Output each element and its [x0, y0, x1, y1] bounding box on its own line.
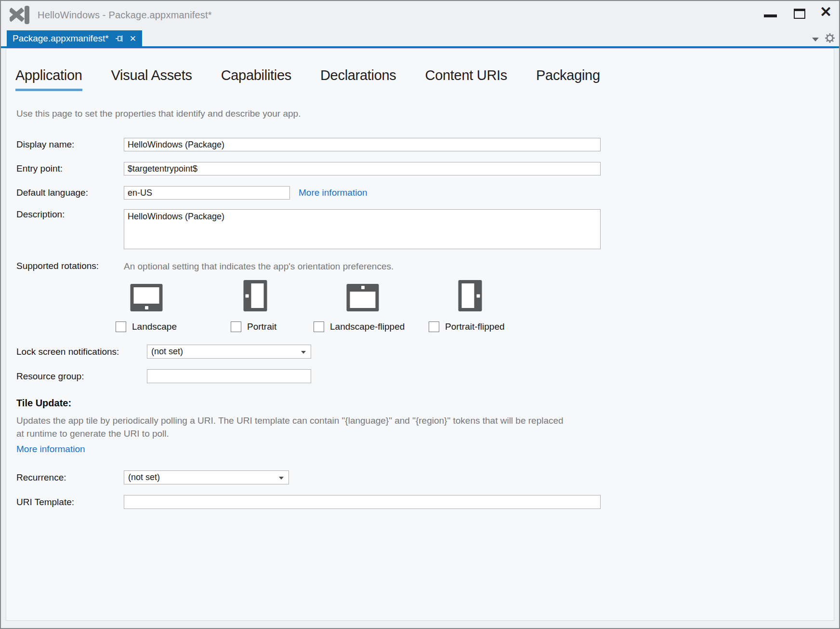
portrait-orientation-icon	[244, 280, 267, 311]
close-window-button[interactable]: ✕	[820, 5, 832, 19]
portrait-checkbox[interactable]	[231, 321, 241, 332]
recurrence-label: Recurrence:	[16, 472, 66, 482]
description-label: Description:	[16, 209, 65, 219]
recurrence-dropdown[interactable]: (not set)	[124, 470, 289, 484]
tab-declarations[interactable]: Declarations	[320, 67, 396, 91]
default-language-more-information-link[interactable]: More information	[299, 186, 368, 200]
dropdown-arrow-icon	[279, 477, 284, 480]
landscape-flipped-orientation-icon	[347, 284, 379, 311]
entry-point-label: Entry point:	[16, 163, 63, 174]
resource-group-input[interactable]	[147, 369, 311, 383]
tab-visual-assets[interactable]: Visual Assets	[111, 67, 192, 91]
display-name-input[interactable]	[124, 138, 601, 151]
vs-window: HelloWindows - Package.appxmanifest* ✕ P…	[0, 0, 840, 629]
entry-point-input[interactable]	[124, 162, 601, 175]
tab-application[interactable]: Application	[15, 67, 82, 91]
portrait-flipped-orientation-icon	[459, 280, 482, 311]
options-gear-icon[interactable]	[825, 33, 835, 43]
maximize-button[interactable]	[794, 9, 805, 19]
description-textarea[interactable]: HelloWindows (Package)	[124, 209, 601, 249]
visual-studio-logo-icon	[10, 5, 30, 25]
tab-packaging[interactable]: Packaging	[536, 67, 600, 91]
tile-update-heading: Tile Update:	[16, 398, 71, 408]
title-bar: HelloWindows - Package.appxmanifest* ✕	[0, 0, 840, 30]
resource-group-label: Resource group:	[16, 371, 84, 381]
landscape-flipped-checkbox[interactable]	[314, 321, 324, 332]
supported-rotations-hint: An optional setting that indicates the a…	[124, 261, 394, 272]
tab-capabilities[interactable]: Capabilities	[221, 67, 291, 91]
minimize-button[interactable]	[764, 14, 777, 17]
uri-template-input[interactable]	[124, 495, 601, 509]
manifest-editor: Application Visual Assets Capabilities D…	[6, 48, 834, 621]
default-language-input[interactable]	[124, 186, 290, 200]
portrait-checkbox-label: Portrait	[247, 321, 276, 332]
recurrence-value: (not set)	[128, 472, 160, 482]
tile-update-description: Updates the app tile by periodically pol…	[16, 414, 570, 440]
close-tab-icon[interactable]: ✕	[130, 35, 136, 43]
uri-template-label: URI Template:	[16, 497, 74, 507]
tile-update-more-information-link[interactable]: More information	[16, 444, 85, 455]
tab-content-uris[interactable]: Content URIs	[425, 67, 507, 91]
dropdown-arrow-icon	[301, 351, 306, 354]
display-name-label: Display name:	[16, 139, 74, 149]
default-language-label: Default language:	[16, 187, 88, 198]
document-tab-label: Package.appxmanifest*	[13, 33, 109, 44]
lock-screen-notifications-value: (not set)	[151, 347, 183, 357]
supported-rotations-label: Supported rotations:	[16, 261, 99, 271]
portrait-flipped-checkbox[interactable]	[429, 321, 439, 332]
page-intro-text: Use this page to set the properties that…	[16, 108, 301, 119]
pin-tab-icon[interactable]	[115, 35, 123, 42]
landscape-flipped-checkbox-label: Landscape-flipped	[330, 321, 405, 332]
lock-screen-notifications-label: Lock screen notifications:	[16, 347, 119, 357]
lock-screen-notifications-dropdown[interactable]: (not set)	[147, 345, 311, 359]
tab-list-chevron-down-icon[interactable]	[812, 38, 819, 41]
manifest-nav-tabs: Application Visual Assets Capabilities D…	[15, 67, 600, 91]
landscape-checkbox[interactable]	[116, 321, 126, 332]
portrait-flipped-checkbox-label: Portrait-flipped	[445, 321, 505, 332]
window-title: HelloWindows - Package.appxmanifest*	[38, 10, 212, 21]
landscape-orientation-icon	[131, 284, 163, 311]
landscape-checkbox-label: Landscape	[132, 321, 177, 332]
document-tab[interactable]: Package.appxmanifest* ✕	[7, 30, 142, 47]
